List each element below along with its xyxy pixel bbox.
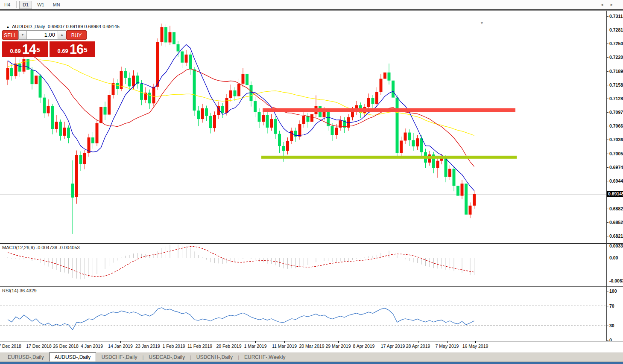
candle-body (286, 141, 289, 151)
chart-title: ▲AUDUSD-,Daily 0.69007 0.69189 0.68984 0… (6, 24, 120, 29)
rsi-axis-tick (607, 326, 608, 326)
candle-body (79, 155, 82, 164)
candle-body (396, 98, 399, 153)
candle-body (71, 183, 74, 198)
candle-body (161, 27, 164, 42)
date-axis: 7 Dec 201817 Dec 201826 Dec 20184 Jan 20… (0, 341, 623, 352)
price-axis-tick (607, 236, 608, 236)
candle-body (99, 107, 102, 123)
period-toolbar: H4D1W1MN (0, 0, 623, 9)
candle-body (290, 131, 293, 141)
candle-body (83, 153, 86, 164)
date-axis-tick (10, 341, 10, 343)
rsi-panel: RSI(14) 36.4329 (0, 287, 623, 341)
candle-body (339, 120, 342, 128)
candle-body (367, 98, 370, 107)
candle-body (351, 111, 354, 117)
price-axis-tick (607, 71, 608, 72)
sell-price-tile[interactable]: 0.69 14 5 (2, 41, 48, 57)
candle-body (416, 138, 419, 146)
chart-tab-eurchf[interactable]: EURCHF-,Weekly (239, 353, 290, 361)
volume-down-button[interactable]: ▼ (18, 30, 27, 40)
candle-body (237, 84, 240, 96)
up-triangle-icon: ▲ (6, 25, 10, 29)
volume-up-button[interactable]: ▲ (58, 30, 66, 40)
buy-price-point: 5 (84, 41, 87, 58)
candle-body (132, 76, 135, 86)
candle-body (96, 123, 99, 143)
chart-tab-usdchf[interactable]: USDCHF-,Daily (96, 353, 142, 361)
candle-body (173, 32, 175, 44)
chart-tab-eurusd[interactable]: EURUSD-,Daily (3, 353, 49, 361)
tab-scroll-arrows[interactable]: ◄► (600, 3, 620, 7)
candle-body (75, 155, 78, 197)
price-axis-label: 0.68825 (609, 206, 623, 211)
date-axis-tick (66, 341, 66, 343)
candle-body (420, 138, 423, 152)
resistance-line[interactable] (263, 108, 515, 112)
candle-body (408, 133, 411, 140)
candle-body (266, 115, 269, 128)
chart-tab-usdcnh[interactable]: USDCNH-,Daily (191, 353, 238, 361)
candle-body (448, 169, 451, 177)
buy-button[interactable]: BUY (66, 30, 87, 40)
candle-body (225, 98, 228, 113)
date-axis-label: 26 Dec 2018 (53, 344, 79, 349)
macd-axis-label: -0.006325 (609, 278, 623, 283)
candle-body (116, 83, 119, 89)
macd-axis-tick (607, 246, 608, 246)
price-axis-tick (607, 209, 608, 209)
price-axis-label: 0.70970 (609, 110, 623, 115)
period-button-h4[interactable]: H4 (1, 1, 14, 9)
macd-axis-tick (607, 281, 608, 281)
buy-price-tile[interactable]: 0.69 16 5 (50, 41, 95, 57)
candle-body (254, 101, 257, 112)
candle-body (465, 183, 468, 214)
toolbar-separator (16, 1, 17, 8)
price-axis-label: 0.71890 (609, 69, 623, 74)
candle-body (164, 27, 167, 43)
price-axis-label: 0.71585 (609, 82, 623, 87)
candle-body (469, 206, 472, 215)
candle-body (59, 122, 62, 136)
volume-input[interactable]: 1.00 (27, 30, 58, 40)
rsi-label: RSI(14) 36.4329 (2, 288, 37, 293)
candle-body (445, 157, 448, 177)
date-axis-tick (255, 341, 256, 343)
period-button-d1[interactable]: D1 (19, 1, 32, 9)
macd-panel: MACD(12,26,9) -0.004738 -0.004053 (0, 244, 623, 286)
candle-body (213, 115, 216, 128)
one-click-trade-panel: SELL ▼ 1.00 ▲ BUY 0.69 14 5 0.69 16 5 (2, 30, 95, 57)
candle-body (221, 106, 224, 113)
candle-body (282, 146, 285, 151)
rsi-axis-tick (607, 306, 608, 306)
candle-body (310, 114, 313, 122)
period-button-w1[interactable]: W1 (34, 1, 48, 9)
chart-tab-usdcad[interactable]: USDCAD-,Daily (143, 353, 190, 361)
price-axis-tick (607, 85, 608, 85)
support-line[interactable] (261, 156, 517, 159)
chart-shift-marker-icon[interactable]: ▼ (480, 21, 484, 25)
panel-divider[interactable] (0, 286, 623, 287)
candle-body (67, 128, 70, 138)
candle-body (412, 140, 415, 146)
candle-body (453, 169, 456, 186)
date-axis-tick (338, 341, 339, 343)
candle-body (10, 68, 13, 76)
price-axis-tick (607, 30, 608, 30)
price-axis-tick (607, 16, 608, 17)
price-chart-panel[interactable]: ▲AUDUSD-,Daily 0.69007 0.69189 0.68984 0… (0, 11, 623, 243)
date-axis-tick (39, 341, 39, 343)
date-axis-tick (284, 341, 285, 343)
candle-body (124, 71, 127, 78)
sell-button[interactable]: SELL (2, 30, 18, 40)
price-axis-tick (607, 99, 608, 99)
candle-body (331, 126, 334, 135)
chart-tab-audusd[interactable]: AUDUSD-,Daily (49, 352, 97, 361)
period-button-mn[interactable]: MN (50, 1, 64, 9)
candle-body (51, 106, 54, 129)
price-axis-label: 0.69745 (609, 165, 623, 170)
date-axis-tick (475, 341, 476, 343)
date-axis-tick (418, 341, 418, 343)
candle-body (258, 112, 261, 122)
